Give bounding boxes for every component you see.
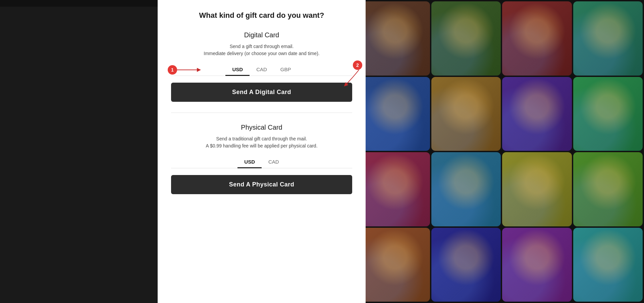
bg-tile bbox=[431, 152, 501, 226]
bg-tile bbox=[502, 228, 572, 302]
physical-desc-line1: Send a traditional gift card through the… bbox=[171, 135, 352, 142]
digital-section-title: Digital Card bbox=[171, 31, 352, 39]
bg-tile bbox=[573, 228, 643, 302]
digital-desc-line2: Immediate delivery (or choose your own d… bbox=[171, 50, 352, 57]
send-digital-card-button[interactable]: Send A Digital Card bbox=[171, 83, 352, 102]
digital-tab-cad[interactable]: CAD bbox=[250, 64, 274, 76]
bg-tile bbox=[573, 1, 643, 76]
bg-tile bbox=[360, 1, 430, 76]
annotation-arrow-2 bbox=[342, 70, 362, 87]
bg-tile bbox=[502, 1, 572, 76]
digital-tab-gbp[interactable]: GBP bbox=[274, 64, 298, 76]
physical-tab-cad[interactable]: CAD bbox=[262, 156, 286, 168]
physical-section-title: Physical Card bbox=[171, 124, 352, 131]
gift-card-modal: What kind of gift card do you want? Digi… bbox=[158, 0, 366, 303]
send-physical-card-button[interactable]: Send A Physical Card bbox=[171, 175, 352, 194]
physical-card-section: Physical Card Send a traditional gift ca… bbox=[171, 124, 352, 194]
annotation-badge-2: 2 bbox=[353, 60, 362, 70]
bg-tile bbox=[573, 77, 643, 151]
digital-currency-tabs: USD CAD GBP bbox=[171, 64, 352, 76]
digital-card-section: Digital Card Send a gift card through em… bbox=[171, 31, 352, 102]
background-left bbox=[0, 0, 158, 7]
bg-tile bbox=[431, 1, 501, 76]
bg-tile bbox=[360, 77, 430, 151]
physical-currency-tabs: USD CAD bbox=[171, 156, 352, 168]
bg-tile bbox=[502, 152, 572, 226]
annotation-badge-2-container: 2 bbox=[342, 60, 362, 87]
physical-section-desc: Send a traditional gift card through the… bbox=[171, 135, 352, 149]
physical-tab-usd[interactable]: USD bbox=[237, 156, 262, 168]
bg-tile bbox=[502, 77, 572, 151]
annotation-badge-1: 1 bbox=[168, 65, 177, 75]
digital-currency-area: 1 2 bbox=[171, 64, 352, 76]
background-right bbox=[359, 0, 644, 303]
section-divider bbox=[171, 113, 352, 113]
digital-card-content: Digital Card Send a gift card through em… bbox=[171, 31, 352, 102]
bg-tile bbox=[360, 228, 430, 302]
physical-desc-line2: A $0.99 handling fee will be applied per… bbox=[171, 142, 352, 149]
digital-desc-line1: Send a gift card through email. bbox=[171, 43, 352, 50]
digital-section-desc: Send a gift card through email. Immediat… bbox=[171, 43, 352, 57]
page-title: What kind of gift card do you want? bbox=[171, 11, 352, 20]
bg-tile bbox=[360, 152, 430, 226]
digital-tab-usd[interactable]: USD bbox=[225, 64, 250, 76]
bg-tile bbox=[431, 77, 501, 151]
bg-tile bbox=[431, 228, 501, 302]
bg-tile bbox=[573, 152, 643, 226]
physical-card-content: Physical Card Send a traditional gift ca… bbox=[171, 124, 352, 194]
